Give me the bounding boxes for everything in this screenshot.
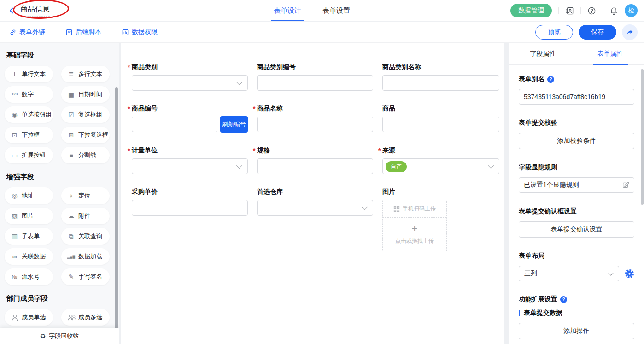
field-type-text-multi[interactable]: ≣多行文本: [61, 66, 110, 82]
field-type-checkbox-group[interactable]: ☑复选框组: [61, 106, 110, 123]
tab-form-properties[interactable]: 表单属性: [577, 43, 644, 64]
share-button[interactable]: [622, 24, 638, 40]
field-label: 商品类别编号: [257, 63, 373, 71]
field-label: *商品名称: [257, 105, 373, 113]
tab-field-properties[interactable]: 字段属性: [509, 43, 577, 64]
field-label: 商品: [382, 105, 499, 113]
select-input[interactable]: 自产: [382, 158, 499, 174]
form-field[interactable]: 商品类别名称: [382, 63, 499, 91]
data-permission-icon: [122, 29, 129, 36]
save-button[interactable]: 保存: [579, 25, 616, 40]
field-type-linked-query[interactable]: ⧉关联查询: [61, 228, 110, 245]
text-input[interactable]: [132, 117, 217, 132]
form-title[interactable]: 商品信息: [20, 5, 50, 17]
field-type-data-load[interactable]: ▂▅▇数据加载: [61, 248, 110, 265]
help-icon[interactable]: ?: [547, 76, 554, 83]
field-type-datetime[interactable]: ▦日期时间: [61, 86, 110, 103]
gear-icon[interactable]: [625, 269, 634, 279]
add-validation-button[interactable]: 添加校验条件: [519, 133, 634, 149]
field-label: *计量单位: [132, 146, 248, 155]
text-input[interactable]: [382, 75, 499, 91]
help-icon[interactable]: ?: [560, 296, 567, 303]
backend-script-action[interactable]: 后端脚本: [65, 28, 101, 36]
sidebar-scrollbar[interactable]: [115, 87, 118, 344]
field-label: 商品类别名称: [382, 63, 499, 71]
field-type-number[interactable]: 123数字: [5, 86, 53, 103]
divider: [558, 7, 559, 14]
required-asterisk: *: [128, 64, 130, 71]
form-field[interactable]: *计量单位: [132, 146, 248, 174]
form-field[interactable]: *来源自产: [382, 146, 499, 174]
datetime-icon: ▦: [67, 91, 75, 98]
visibility-rules-box[interactable]: 已设置1个显隐规则: [519, 177, 634, 193]
field-type-serial-number[interactable]: №流水号: [5, 268, 53, 285]
qr-code-icon: [393, 206, 400, 212]
field-recycle-bin[interactable]: ♻ 字段回收站: [0, 328, 119, 344]
field-type-multiselect[interactable]: ⊞下拉复选框: [61, 127, 110, 143]
layout-select[interactable]: 三列: [519, 266, 619, 281]
add-operation-button[interactable]: 添加操作: [519, 323, 634, 339]
field-type-address[interactable]: ◎地址: [5, 187, 53, 204]
bell-icon[interactable]: [609, 6, 618, 15]
divider: [580, 7, 581, 14]
click-drag-upload-zone[interactable]: +点击或拖拽上传: [383, 218, 446, 251]
field-type-attachment[interactable]: ☁附件: [61, 208, 110, 224]
form-alias-label: 表单别名 ?: [519, 75, 634, 83]
form-field[interactable]: *规格: [257, 146, 373, 174]
address-book-icon[interactable]: [565, 6, 574, 15]
form-field[interactable]: *商品编号刷新编号: [132, 105, 248, 133]
sidebar-section-title: 基础字段: [6, 51, 119, 60]
form-field[interactable]: 首选仓库: [257, 188, 373, 251]
avatar[interactable]: 检: [625, 4, 638, 17]
tab-form-design[interactable]: 表单设计: [274, 0, 301, 21]
field-type-image[interactable]: ▧图片: [5, 208, 53, 224]
form-alias-input[interactable]: 537435113a06d7aff8c16b19: [519, 89, 634, 105]
tab-form-settings[interactable]: 表单设置: [322, 0, 350, 21]
text-input[interactable]: [257, 158, 373, 174]
help-icon[interactable]: [587, 6, 596, 15]
select-icon: ⊡: [11, 132, 18, 138]
field-label: *来源: [382, 146, 499, 155]
back-button[interactable]: [7, 6, 16, 15]
edit-icon[interactable]: [622, 181, 629, 189]
field-type-text-single[interactable]: Ⅰ单行文本: [5, 66, 53, 82]
field-type-locate[interactable]: ⌖定位: [61, 187, 110, 204]
preview-button[interactable]: 预览: [535, 25, 573, 40]
field-type-member-multi[interactable]: 成员多选: [61, 309, 110, 326]
field-type-extend-button[interactable]: ▭扩展按钮: [5, 147, 53, 163]
window-scrollbar[interactable]: [641, 69, 644, 205]
phone-scan-upload-button[interactable]: 手机扫码上传: [383, 200, 446, 218]
field-type-signature[interactable]: ✎手写签名: [61, 268, 110, 285]
select-input[interactable]: [132, 75, 248, 91]
external-link-action[interactable]: 表单外链: [9, 28, 45, 36]
form-field[interactable]: *商品类别: [132, 63, 248, 91]
select-input[interactable]: [257, 200, 373, 216]
extension-settings-label: 功能扩展设置 ?: [519, 295, 634, 303]
field-type-member-single[interactable]: 成员单选: [5, 309, 53, 326]
form-design-canvas[interactable]: *商品类别商品类别编号商品类别名称*商品编号刷新编号*商品名称商品*计量单位*规…: [121, 43, 504, 344]
text-input[interactable]: [132, 200, 248, 216]
form-field[interactable]: 商品类别编号: [257, 63, 373, 91]
field-type-divider[interactable]: ≡分割线: [61, 147, 110, 163]
form-field[interactable]: 采购单价: [132, 188, 248, 251]
form-field[interactable]: 商品: [382, 105, 499, 133]
select-input[interactable]: [132, 158, 248, 174]
form-field[interactable]: 图片手机扫码上传+点击或拖拽上传: [382, 188, 499, 251]
field-label: 图片: [382, 188, 499, 196]
form-field[interactable]: *商品名称: [257, 105, 373, 133]
text-input[interactable]: [257, 117, 373, 132]
submit-confirm-button[interactable]: 表单提交确认设置: [519, 221, 634, 238]
text-input[interactable]: [382, 117, 499, 132]
divider: [603, 7, 603, 14]
text-input[interactable]: [257, 75, 373, 91]
refresh-number-button[interactable]: 刷新编号: [220, 116, 248, 133]
field-type-select[interactable]: ⊡下拉框: [5, 127, 53, 143]
field-type-radio-group[interactable]: ◉单选按钮组: [5, 106, 53, 123]
field-type-subform[interactable]: ▥子表单: [5, 228, 53, 245]
field-type-linked-data[interactable]: ∞关联数据: [5, 248, 53, 265]
data-permission-action[interactable]: 数据权限: [122, 28, 158, 36]
required-asterisk: *: [253, 105, 255, 112]
required-asterisk: *: [253, 147, 255, 154]
data-manage-button[interactable]: 数据管理: [510, 4, 552, 17]
field-label: 首选仓库: [257, 188, 373, 196]
